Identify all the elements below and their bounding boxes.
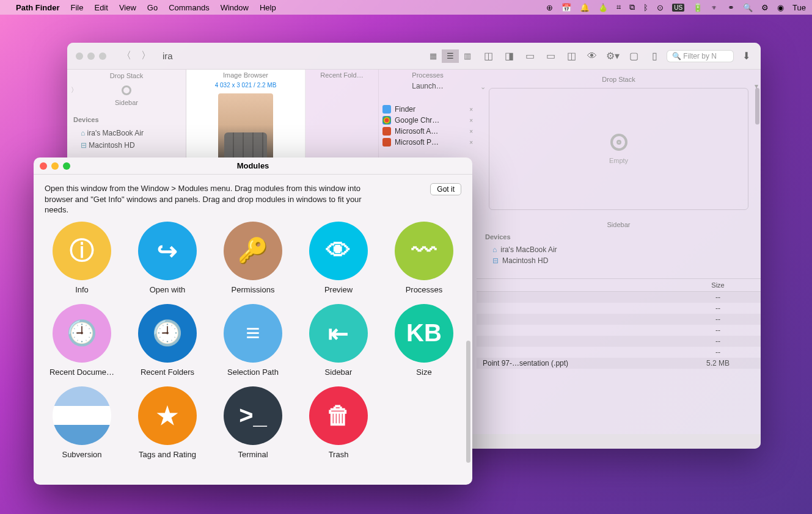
table-header-size[interactable]: Size bbox=[675, 279, 761, 291]
toolbar-button[interactable]: ◨ bbox=[500, 49, 518, 63]
menu-file[interactable]: File bbox=[71, 3, 84, 12]
column-view-button[interactable]: ▥ bbox=[459, 49, 476, 63]
close-icon[interactable]: × bbox=[469, 128, 473, 135]
menu-view[interactable]: View bbox=[119, 3, 136, 12]
back-button[interactable]: 〈 bbox=[120, 49, 133, 63]
status-icon[interactable]: 🍐 bbox=[598, 3, 608, 12]
sidebar-item-device[interactable]: ⊟Macintosh HD bbox=[477, 255, 761, 266]
dropstack-target[interactable]: Empty bbox=[489, 88, 748, 210]
module-item[interactable]: KBSize bbox=[384, 304, 464, 377]
close-icon[interactable] bbox=[40, 162, 47, 170]
table-row[interactable]: -- bbox=[477, 292, 761, 303]
icon-view-button[interactable]: ▦ bbox=[425, 49, 442, 63]
module-item[interactable]: ⓘInfo bbox=[42, 222, 122, 294]
toolbar-button[interactable]: ◫ bbox=[480, 49, 497, 63]
modules-description: Open this window from the Window > Modul… bbox=[45, 183, 387, 215]
scrollbar[interactable] bbox=[755, 88, 759, 125]
bluetooth-icon[interactable]: ᛒ bbox=[643, 3, 648, 12]
dropstack-label: Drop Stack bbox=[67, 70, 186, 82]
collapse-button[interactable]: ⌄ bbox=[480, 83, 486, 91]
close-icon[interactable]: × bbox=[469, 117, 473, 124]
menu-go[interactable]: Go bbox=[147, 3, 158, 12]
status-icon[interactable]: ⊕ bbox=[546, 3, 553, 12]
wifi-icon[interactable]: ᯤ bbox=[711, 3, 719, 12]
battery-icon[interactable]: 🔋 bbox=[693, 3, 703, 12]
input-source-icon[interactable]: US bbox=[672, 4, 684, 12]
process-item[interactable]: Microsoft A…× bbox=[379, 126, 477, 137]
module-icon: ⓘ bbox=[53, 222, 111, 280]
right-area: Drop Stack ⌄ Empty Sidebar Devices ⌂ira'… bbox=[477, 70, 761, 436]
module-item[interactable]: 〰Processes bbox=[384, 222, 464, 294]
filter-input[interactable]: 🔍 Filter by N bbox=[667, 50, 734, 62]
toolbar-button[interactable]: ▯ bbox=[646, 49, 663, 63]
module-item[interactable]: ⇤Sidebar bbox=[299, 304, 378, 377]
sidebar-item-device[interactable]: ⊟ Macintosh HD bbox=[67, 139, 186, 151]
status-icon[interactable]: 🔔 bbox=[580, 3, 590, 12]
menu-window[interactable]: Window bbox=[221, 3, 249, 12]
preview-button[interactable]: 👁 bbox=[583, 49, 601, 63]
table-row[interactable]: -- bbox=[477, 336, 761, 347]
got-it-button[interactable]: Got it bbox=[430, 183, 461, 195]
module-item[interactable]: 🕘Recent Docume… bbox=[42, 304, 122, 377]
process-item[interactable]: Google Chr…× bbox=[379, 115, 477, 126]
table-row[interactable]: -- bbox=[477, 314, 761, 325]
module-item[interactable]: Subversion bbox=[42, 386, 122, 459]
table-row[interactable]: -- bbox=[477, 303, 761, 314]
module-item[interactable]: >_Terminal bbox=[213, 386, 293, 459]
siri-icon[interactable]: ◉ bbox=[777, 3, 784, 12]
module-item[interactable]: 🔑Permissions bbox=[213, 222, 293, 294]
arrange-button[interactable]: ⚙▾ bbox=[604, 49, 621, 63]
expand-button[interactable]: 〉 bbox=[71, 85, 78, 95]
module-item[interactable]: ↪Open with bbox=[128, 222, 207, 294]
devices-header: Devices bbox=[477, 230, 761, 244]
minimize-icon[interactable] bbox=[51, 162, 59, 170]
launch-button[interactable]: Launch…▾ bbox=[379, 81, 477, 92]
table-row[interactable]: -- bbox=[477, 347, 761, 358]
sidebar-item-device[interactable]: ⌂ira's MacBook Air bbox=[477, 244, 761, 255]
module-item[interactable]: 🕘Recent Folders bbox=[128, 304, 207, 377]
minimize-icon[interactable] bbox=[87, 52, 95, 60]
process-item[interactable]: Microsoft P…× bbox=[379, 137, 477, 148]
module-item[interactable]: ★Tags and Rating bbox=[128, 386, 207, 459]
menu-help[interactable]: Help bbox=[260, 3, 276, 12]
status-icon[interactable]: 📅 bbox=[561, 3, 571, 12]
image-browser-header: Image Browser bbox=[186, 70, 305, 81]
dropstack-target[interactable] bbox=[67, 82, 186, 99]
zoom-icon[interactable] bbox=[63, 162, 70, 170]
table-row[interactable]: Point 97-…sentation (.ppt)5.2 MB bbox=[477, 358, 761, 369]
toolbar-button[interactable]: ▢ bbox=[625, 49, 642, 63]
status-icon[interactable]: ⌗ bbox=[616, 2, 621, 12]
scrollbar[interactable] bbox=[466, 341, 470, 463]
menu-commands[interactable]: Commands bbox=[169, 3, 209, 12]
status-icon[interactable]: ⊙ bbox=[657, 3, 664, 12]
toolbar-button[interactable]: ▭ bbox=[542, 49, 559, 63]
table-row[interactable]: -- bbox=[477, 325, 761, 336]
module-icon: 🔑 bbox=[224, 222, 282, 280]
toolbar-button[interactable]: ◫ bbox=[563, 49, 580, 63]
toolbar-button[interactable]: ▭ bbox=[521, 49, 538, 63]
module-item[interactable]: 👁Preview bbox=[299, 222, 378, 294]
status-icon[interactable]: ⚭ bbox=[728, 3, 734, 12]
app-name[interactable]: Path Finder bbox=[16, 3, 60, 12]
list-view-button[interactable]: ☰ bbox=[442, 49, 459, 63]
dropbox-icon[interactable]: ⧉ bbox=[629, 2, 635, 12]
table-header-name[interactable] bbox=[477, 279, 675, 291]
close-icon[interactable] bbox=[76, 52, 83, 60]
module-item[interactable]: ≡Selection Path bbox=[213, 304, 293, 377]
close-icon[interactable]: × bbox=[469, 106, 473, 113]
sidebar-item-device[interactable]: ⌂ ira's MacBook Air bbox=[67, 127, 186, 139]
download-button[interactable]: ⬇ bbox=[742, 50, 752, 62]
module-label: Info bbox=[75, 285, 89, 294]
empty-label: Empty bbox=[609, 157, 628, 164]
zoom-icon[interactable] bbox=[99, 52, 106, 60]
process-item[interactable]: Finder× bbox=[379, 104, 477, 115]
spotlight-icon[interactable]: 🔍 bbox=[743, 3, 753, 12]
module-icon: ⇤ bbox=[309, 304, 368, 363]
menu-edit[interactable]: Edit bbox=[94, 3, 108, 12]
module-icon: KB bbox=[395, 304, 453, 363]
module-item[interactable]: 🗑Trash bbox=[299, 386, 378, 459]
close-icon[interactable]: × bbox=[469, 139, 473, 146]
control-center-icon[interactable]: ⚙ bbox=[761, 3, 769, 12]
clock-day[interactable]: Tue bbox=[792, 3, 806, 12]
forward-button[interactable]: 〉 bbox=[139, 49, 153, 63]
